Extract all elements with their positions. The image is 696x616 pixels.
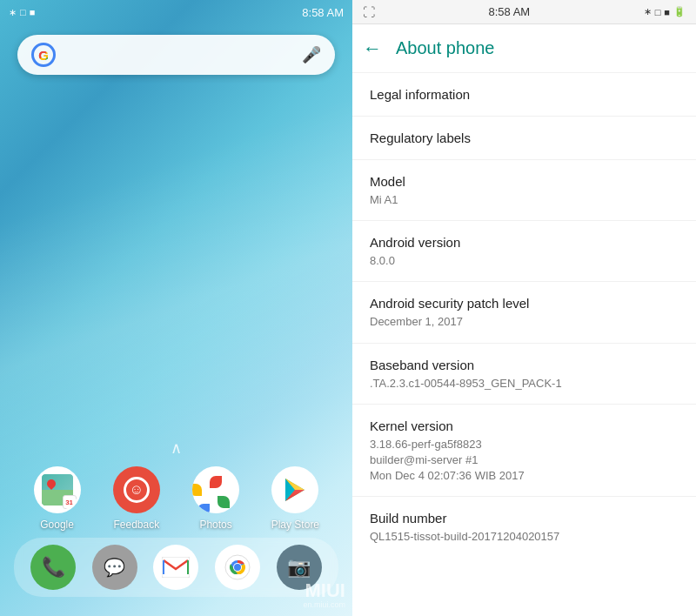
back-button[interactable]: ← [363, 37, 382, 60]
setting-security-patch-title: Android security patch level [370, 294, 679, 312]
image-icon: ⛶ [363, 5, 375, 19]
drag-handle[interactable]: ∧ [0, 432, 352, 466]
watermark: MIUI en.miui.com [303, 581, 345, 609]
setting-baseband-value: .TA.2.3.c1-00544-8953_GEN_PACK-1 [370, 376, 679, 392]
time-right: 8:58 AM [488, 5, 530, 18]
setting-model-value: Mi A1 [370, 192, 679, 208]
status-bar-left: ∗ □ ■ 8:58 AM [0, 0, 352, 24]
settings-list: Legal information Regulatory labels Mode… [352, 73, 696, 616]
mic-icon[interactable]: 🎤 [302, 45, 321, 64]
app-playstore-label: Play Store [271, 519, 319, 531]
setting-model[interactable]: Model Mi A1 [352, 160, 696, 221]
setting-kernel-title: Kernel version [370, 417, 679, 435]
gmail-svg [162, 557, 190, 578]
setting-legal-title: Legal information [370, 85, 679, 104]
app-google[interactable]: 31 Google [29, 466, 85, 531]
status-icons-right: ∗ □ ■ 🔋 [644, 6, 686, 17]
dock-chrome[interactable] [215, 545, 260, 590]
miui-text: MIUI [305, 581, 345, 600]
about-header: ← About phone [352, 24, 696, 73]
setting-security-patch-value: December 1, 2017 [370, 314, 679, 330]
setting-legal[interactable]: Legal information [352, 73, 696, 117]
bluetooth-icon: ∗ [9, 7, 17, 18]
miui-url: en.miui.com [303, 600, 345, 609]
app-photos[interactable]: Photos [188, 466, 244, 531]
dock-gmail[interactable] [153, 545, 198, 590]
setting-kernel-value: 3.18.66-perf-ga5f8823 builder@mi-server … [370, 437, 679, 485]
playstore-icon [271, 466, 318, 513]
app-photos-label: Photos [199, 519, 231, 531]
status-bar-right: ⛶ 8:58 AM ∗ □ ■ 🔋 [352, 0, 696, 24]
app-grid-area: ∧ 31 [0, 345, 352, 616]
chrome-svg [224, 553, 251, 581]
signal-icon: ■ [30, 7, 36, 17]
setting-build[interactable]: Build number QL1515-tissot-build-2017120… [352, 497, 696, 557]
signal-icon-right: □ [655, 7, 661, 17]
app-feedback[interactable]: ☺ Feedback [108, 466, 164, 531]
bt-icon-right: ∗ [644, 6, 652, 17]
dock: 📞 💬 [14, 538, 338, 597]
time-left: 8:58 AM [302, 6, 344, 19]
setting-build-title: Build number [370, 509, 679, 527]
app-feedback-label: Feedback [114, 519, 160, 531]
svg-rect-4 [162, 557, 190, 578]
app-google-label: Google [40, 519, 74, 531]
setting-regulatory-title: Regulatory labels [370, 129, 679, 147]
photos-icon [192, 466, 239, 513]
setting-baseband[interactable]: Baseband version .TA.2.3.c1-00544-8953_G… [352, 344, 696, 405]
google-logo: G [31, 43, 56, 67]
setting-android-version[interactable]: Android version 8.0.0 [352, 221, 696, 282]
setting-android-version-title: Android version [370, 233, 679, 251]
search-bar-container[interactable]: G 🎤 [0, 24, 352, 82]
status-icons-left: ∗ □ ■ [9, 7, 35, 18]
about-phone-screen: ⛶ 8:58 AM ∗ □ ■ 🔋 ← About phone Legal in… [352, 0, 696, 616]
feedback-icon: ☺ [113, 466, 160, 513]
signal2-icon-right: ■ [664, 7, 670, 17]
setting-kernel[interactable]: Kernel version 3.18.66-perf-ga5f8823 bui… [352, 405, 696, 498]
battery-icon-right: 🔋 [673, 6, 686, 17]
playstore-svg [282, 477, 308, 503]
pinwheel [202, 476, 230, 504]
search-bar[interactable]: G 🎤 [17, 35, 335, 75]
app-row: 31 Google ☺ Feedback [0, 466, 352, 538]
setting-baseband-title: Baseband version [370, 356, 679, 374]
about-title: About phone [396, 38, 494, 58]
setting-security-patch[interactable]: Android security patch level December 1,… [352, 282, 696, 343]
chevron-up-icon: ∧ [171, 439, 182, 458]
setting-model-title: Model [370, 172, 679, 191]
google-icon: 31 [34, 466, 81, 513]
dock-phone[interactable]: 📞 [30, 545, 76, 590]
app-playstore[interactable]: Play Store [267, 466, 324, 531]
setting-android-version-value: 8.0.0 [370, 253, 679, 269]
svg-point-10 [234, 564, 241, 571]
setting-build-value: QL1515-tissot-build-20171204020157 [370, 529, 679, 545]
wallpaper-area [0, 82, 352, 345]
setting-regulatory[interactable]: Regulatory labels [352, 117, 696, 160]
vibrate-icon: □ [20, 7, 26, 17]
home-screen: ∗ □ ■ 8:58 AM G 🎤 ∧ [0, 0, 352, 616]
dock-messages[interactable]: 💬 [92, 545, 137, 590]
